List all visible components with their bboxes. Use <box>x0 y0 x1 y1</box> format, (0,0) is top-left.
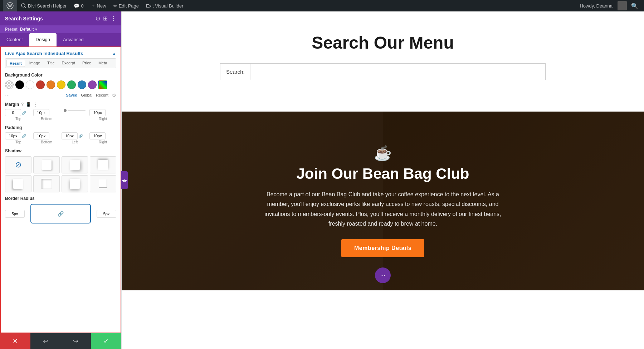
shadow-option-7[interactable] <box>90 175 116 192</box>
result-tabs: Result Image Title Excerpt Price Meta <box>5 58 116 68</box>
membership-details-button[interactable]: Membership Details <box>341 239 424 257</box>
padding-bottom-input[interactable] <box>33 132 49 139</box>
padding-top-input[interactable] <box>5 132 21 139</box>
color-red[interactable] <box>36 80 45 89</box>
saved-label[interactable]: Saved <box>66 93 77 97</box>
divi-search-helper-menu[interactable]: Divi Search Helper <box>17 0 70 11</box>
margin-section: Margin ? 📱 ⋮ 🔗 Top <box>5 102 116 121</box>
padding-right-input[interactable] <box>89 132 106 139</box>
new-post-button[interactable]: ＋ New <box>87 0 110 11</box>
margin-slider[interactable] <box>68 110 86 111</box>
tab-design[interactable]: Design <box>29 33 57 46</box>
edit-page-label: Edit Page <box>119 3 139 9</box>
slider-thumb[interactable] <box>64 109 67 112</box>
search-input[interactable] <box>251 64 545 80</box>
settings-icon[interactable]: ⚙ <box>112 93 116 98</box>
search-page-title: Search Our Menu <box>129 33 637 53</box>
color-orange[interactable] <box>47 80 55 89</box>
wp-logo-button[interactable]: W <box>3 0 17 11</box>
avatar[interactable] <box>618 1 627 10</box>
undo-button[interactable]: ↩ <box>30 333 61 349</box>
content-area: Search Our Menu Search: ☕ Join Our Bean … <box>122 11 644 349</box>
comment-count: 0 <box>81 3 83 9</box>
save-button[interactable]: ✓ <box>91 333 121 349</box>
color-transparent[interactable] <box>5 80 14 89</box>
margin-help-icon[interactable]: ? <box>21 102 24 107</box>
padding-left-input[interactable] <box>62 132 78 139</box>
result-tab-meta[interactable]: Meta <box>96 60 110 67</box>
margin-slider-field <box>62 109 88 121</box>
margin-right-label: Right <box>99 117 107 121</box>
edit-page-button[interactable]: ✏ Edit Page <box>110 0 142 11</box>
layout-icon[interactable]: ⊞ <box>103 15 108 22</box>
margin-right-input[interactable] <box>89 109 106 116</box>
shadow-option-1[interactable] <box>33 156 60 173</box>
more-dots[interactable]: ··· <box>5 92 10 98</box>
hero-title: Join Our Bean Bag Club <box>258 165 508 182</box>
padding-top-link[interactable]: 🔗 <box>22 134 26 138</box>
shadow-none-option[interactable]: ⊘ <box>5 156 31 173</box>
shadow-option-6[interactable] <box>62 175 88 192</box>
color-blue[interactable] <box>78 80 86 89</box>
tab-advanced[interactable]: Advanced <box>57 33 90 46</box>
bottom-toolbar: ✕ ↩ ↪ ✓ <box>0 333 121 349</box>
border-radius-label: Border Radius <box>5 196 116 201</box>
search-label: Search: <box>220 64 251 80</box>
comments-button[interactable]: 💬 0 <box>70 0 87 11</box>
panel-content: Live Ajax Search Individual Results ▲ Re… <box>0 46 121 333</box>
admin-search-icon[interactable]: 🔍 <box>628 3 641 9</box>
color-white[interactable] <box>26 80 34 89</box>
tab-content[interactable]: Content <box>0 33 29 46</box>
shadow-preview-6 <box>70 179 80 189</box>
margin-top-input[interactable] <box>5 109 21 116</box>
comment-icon: 💬 <box>74 3 79 9</box>
recent-label[interactable]: Recent <box>96 93 108 97</box>
margin-device-icon[interactable]: 📱 <box>26 102 31 107</box>
margin-bottom-input[interactable] <box>33 109 49 116</box>
padding-right-label: Right <box>99 140 107 144</box>
shadow-option-4[interactable] <box>5 175 31 192</box>
border-radius-preview: 🔗 <box>30 204 91 223</box>
result-tab-image[interactable]: Image <box>26 60 43 67</box>
color-purple[interactable] <box>88 80 97 89</box>
result-tab-excerpt[interactable]: Excerpt <box>59 60 78 67</box>
margin-bottom-label: Bottom <box>41 117 52 121</box>
more-icon[interactable]: ⋮ <box>111 15 116 22</box>
redo-button[interactable]: ↪ <box>61 333 91 349</box>
result-tab-price[interactable]: Price <box>79 60 94 67</box>
preset-chevron[interactable]: ▾ <box>35 27 37 32</box>
howdy-text: Howdy, Deanna <box>576 3 616 9</box>
padding-right-field: Right <box>89 132 116 144</box>
global-label[interactable]: Global <box>81 93 92 97</box>
collapse-handle[interactable]: ◀ ▶ <box>121 171 128 189</box>
border-radius-left-input[interactable] <box>5 210 25 218</box>
link-icon[interactable]: 🔗 <box>58 211 64 217</box>
color-custom[interactable] <box>98 80 107 89</box>
exit-builder-label: Exit Visual Builder <box>146 3 184 9</box>
result-tab-result[interactable]: Result <box>6 60 25 67</box>
result-tab-title[interactable]: Title <box>44 60 57 67</box>
shadow-option-3[interactable] <box>90 156 116 173</box>
color-black[interactable] <box>15 80 24 89</box>
hero-fab-button[interactable]: ··· <box>375 267 391 283</box>
exit-builder-button[interactable]: Exit Visual Builder <box>142 0 187 11</box>
border-radius-right-input[interactable] <box>97 210 116 218</box>
shadow-option-5[interactable] <box>33 175 60 192</box>
shadow-preview-1 <box>42 160 52 170</box>
margin-more-icon[interactable]: ⋮ <box>33 102 38 107</box>
search-box: Search: <box>220 63 546 80</box>
svg-text:W: W <box>8 4 12 8</box>
shadow-option-2[interactable] <box>62 156 88 173</box>
focus-icon[interactable]: ⊙ <box>96 15 100 22</box>
margin-top-link[interactable]: 🔗 <box>22 111 26 115</box>
color-yellow[interactable] <box>57 80 65 89</box>
section-chevron[interactable]: ▲ <box>112 51 116 56</box>
padding-top-field: 🔗 Top <box>5 132 32 144</box>
color-green[interactable] <box>67 80 76 89</box>
hero-description: Become a part of our Bean Bag Club and t… <box>258 190 508 228</box>
shadow-preview-5 <box>42 179 52 189</box>
collapse-arrow-right: ▶ <box>125 178 127 182</box>
tabs-row: Content Design Advanced <box>0 33 121 46</box>
close-button[interactable]: ✕ <box>0 333 30 349</box>
padding-left-link[interactable]: 🔗 <box>78 134 83 138</box>
